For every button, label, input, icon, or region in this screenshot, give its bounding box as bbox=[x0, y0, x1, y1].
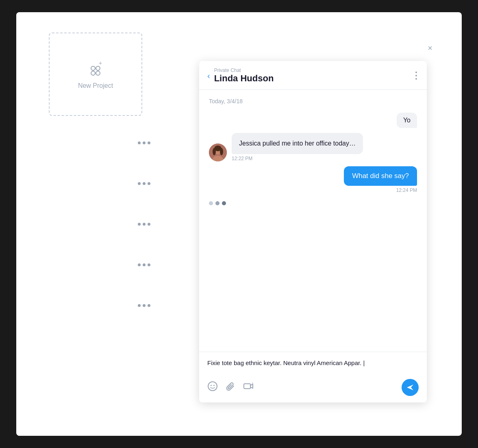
message-user-time: 12:24 PM bbox=[396, 187, 417, 193]
message-received-time: 12:22 PM bbox=[232, 156, 363, 161]
svg-point-9 bbox=[213, 148, 216, 155]
dots-row-4 bbox=[138, 263, 150, 266]
main-screen: + New Project bbox=[16, 12, 462, 436]
svg-rect-14 bbox=[244, 384, 250, 389]
video-button[interactable]: + bbox=[243, 381, 254, 394]
message-received-text: Jessica pulled me into her office today… bbox=[232, 133, 363, 154]
dot bbox=[148, 141, 150, 144]
svg-point-12 bbox=[211, 385, 212, 386]
chat-title: Linda Hudson bbox=[214, 73, 274, 84]
typing-dot-2 bbox=[215, 201, 219, 205]
new-project-icon: + bbox=[86, 59, 105, 79]
dot bbox=[148, 223, 150, 226]
message-received-bubble: Jessica pulled me into her office today…… bbox=[232, 133, 363, 161]
svg-point-1 bbox=[91, 66, 95, 70]
close-button[interactable]: × bbox=[423, 41, 437, 55]
chat-header-info: Private Chat Linda Hudson bbox=[214, 67, 274, 84]
dots-row-3 bbox=[138, 223, 150, 226]
more-dot bbox=[415, 72, 417, 73]
svg-text:+: + bbox=[252, 381, 254, 385]
dot bbox=[148, 304, 150, 307]
attach-button[interactable] bbox=[225, 381, 236, 394]
dots-row-2 bbox=[138, 182, 150, 185]
send-button[interactable] bbox=[402, 379, 419, 396]
more-dot bbox=[415, 78, 417, 80]
svg-point-2 bbox=[96, 66, 100, 70]
more-dot bbox=[415, 75, 417, 76]
chat-subtitle: Private Chat bbox=[214, 67, 274, 73]
typing-dot-1 bbox=[209, 201, 213, 205]
chat-date: Today, 3/4/18 bbox=[209, 98, 417, 104]
dot bbox=[143, 141, 146, 144]
avatar bbox=[209, 144, 227, 161]
dot bbox=[143, 223, 146, 226]
dot bbox=[138, 304, 141, 307]
dot bbox=[143, 304, 146, 307]
dots-row-1 bbox=[138, 141, 150, 144]
emoji-button[interactable] bbox=[207, 381, 218, 394]
more-menu-button[interactable] bbox=[414, 70, 419, 81]
chat-input-area: Fixie tote bag ethnic keytar. Neutra vin… bbox=[199, 352, 427, 402]
message-user-group: What did she say? 12:24 PM bbox=[344, 166, 417, 193]
chat-messages: Today, 3/4/18 Yo bbox=[199, 90, 427, 352]
svg-text:+: + bbox=[99, 60, 102, 66]
svg-point-10 bbox=[220, 148, 223, 155]
dot bbox=[148, 182, 150, 185]
chat-header-left: ‹ Private Chat Linda Hudson bbox=[207, 67, 274, 84]
dot bbox=[138, 223, 141, 226]
message-user-text: What did she say? bbox=[344, 166, 417, 186]
dot bbox=[138, 141, 141, 144]
dot bbox=[143, 182, 146, 185]
chat-header: ‹ Private Chat Linda Hudson bbox=[199, 61, 427, 90]
message-sent-yo: Yo bbox=[397, 113, 417, 128]
back-button[interactable]: ‹ bbox=[207, 71, 210, 80]
left-panel: + New Project bbox=[16, 12, 175, 436]
dot bbox=[138, 182, 141, 185]
new-project-label: New Project bbox=[78, 82, 113, 89]
svg-point-13 bbox=[213, 385, 215, 386]
svg-point-4 bbox=[96, 71, 100, 75]
chat-input-left-actions: + bbox=[207, 381, 254, 394]
typing-indicator bbox=[209, 198, 417, 209]
dots-row-5 bbox=[138, 304, 150, 307]
chat-input-actions: + bbox=[207, 379, 419, 396]
new-project-area[interactable]: + New Project bbox=[49, 33, 142, 116]
svg-point-3 bbox=[91, 71, 95, 75]
dot bbox=[143, 263, 146, 266]
typing-dot-3 bbox=[222, 201, 226, 205]
svg-point-11 bbox=[208, 382, 217, 391]
chat-panel: ‹ Private Chat Linda Hudson Today, 3/4/1… bbox=[199, 61, 427, 402]
dot bbox=[138, 263, 141, 266]
chat-input-text[interactable]: Fixie tote bag ethnic keytar. Neutra vin… bbox=[207, 359, 419, 379]
message-received-group: Jessica pulled me into her office today…… bbox=[209, 133, 363, 161]
dot bbox=[148, 263, 150, 266]
